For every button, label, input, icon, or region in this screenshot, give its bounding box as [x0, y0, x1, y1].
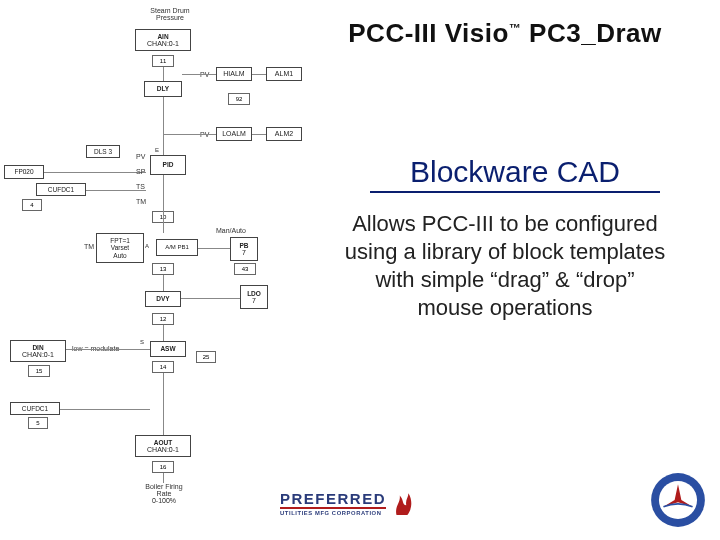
label-sp: SP	[136, 168, 145, 175]
block-15: 15	[28, 365, 50, 377]
block-ampb1: A/M PB1	[156, 239, 198, 256]
block-ain: AIN CHAN:0-1	[135, 29, 191, 51]
block-pid: PID	[150, 155, 186, 175]
block-hdr: AIN	[157, 33, 168, 40]
label-s: S	[140, 339, 144, 345]
block-alm2: ALM2	[266, 127, 302, 141]
brand-text: PREFERRED UTILITIES MFG CORPORATION	[280, 491, 386, 516]
block-loalm: LOALM	[216, 127, 252, 141]
title-pre: PCC-III Visio	[348, 18, 509, 48]
wire	[163, 473, 164, 483]
block-d4: 4	[22, 199, 42, 211]
wire	[60, 409, 150, 410]
block-sub: CHAN:0-1	[147, 446, 179, 454]
flame-icon	[392, 490, 414, 516]
block-din: DIN CHAN:0-1	[10, 340, 66, 362]
wire	[86, 190, 146, 191]
slide: PCC-III Visio™ PC3_Draw Blockware CAD Al…	[0, 0, 720, 540]
block-hdr: PB	[239, 242, 248, 249]
block-asw: ASW	[150, 341, 186, 357]
block-hdr: DLY	[157, 85, 169, 92]
block-ldo: LDO 7	[240, 285, 268, 309]
block-sub: CHAN:0-1	[22, 351, 54, 359]
body-text: Allows PCC-III to be configured using a …	[340, 210, 670, 323]
title-tm: ™	[509, 21, 522, 35]
block-dvy2: DVY	[145, 291, 181, 307]
block-fptr1: FPT=1VarsetAuto	[96, 233, 144, 263]
block-92: 92	[228, 93, 250, 105]
block-alm1: ALM1	[266, 67, 302, 81]
block-13: 13	[152, 263, 174, 275]
blockware-diagram: Steam DrumPressure AIN CHAN:0-1 11 DLY P…	[0, 5, 312, 535]
wire	[44, 172, 146, 173]
wire	[163, 325, 164, 341]
block-hialm: HIALM	[216, 67, 252, 81]
brand-logo-left: PREFERRED UTILITIES MFG CORPORATION	[280, 490, 414, 516]
label-tm2: TM	[84, 243, 94, 250]
block-25: 25	[196, 351, 216, 363]
wire	[182, 74, 216, 75]
brand-sub: UTILITIES MFG CORPORATION	[280, 510, 382, 516]
block-sub: CHAN:0-1	[147, 40, 179, 48]
block-hdr: AOUT	[154, 439, 172, 446]
block-cufdc1b: CUFDC1	[10, 402, 60, 415]
title-post: PC3_Draw	[521, 18, 661, 48]
label-manauto: Man/Auto	[216, 227, 246, 234]
label-a: A	[145, 243, 149, 249]
block-14: 14	[152, 361, 174, 373]
badge-icon	[650, 472, 706, 528]
block-fp020: FP020	[4, 165, 44, 179]
slide-title: PCC-III Visio™ PC3_Draw	[310, 18, 700, 49]
wire	[163, 373, 164, 435]
block-11: 11	[152, 55, 174, 67]
block-hdr: ASW	[160, 345, 175, 352]
label-boiler: Boiler FiringRate0-100%	[134, 483, 194, 504]
label-steam-drum: Steam DrumPressure	[140, 7, 200, 21]
wire	[163, 134, 216, 135]
label-e: E	[155, 147, 159, 153]
brand-word: PREFERRED	[280, 491, 386, 509]
subtitle: Blockware CAD	[370, 155, 660, 193]
wire	[163, 141, 164, 155]
wire	[252, 134, 266, 135]
block-43: 43	[234, 263, 256, 275]
wire	[181, 298, 240, 299]
block-dly: DLY	[144, 81, 182, 97]
label-pv: PV	[136, 153, 145, 160]
block-hdr: DIN	[32, 344, 43, 351]
block-cufdc1a: CUFDC1	[36, 183, 86, 196]
wire	[163, 67, 164, 81]
block-5: 5	[28, 417, 48, 429]
block-num: 7	[242, 249, 246, 257]
block-pb: PB 7	[230, 237, 258, 261]
block-hdr: LDO	[247, 290, 261, 297]
wire	[163, 175, 164, 233]
block-16: 16	[152, 461, 174, 473]
wire	[198, 248, 230, 249]
block-aout: AOUT CHAN:0-1	[135, 435, 191, 457]
block-hdr: PID	[163, 161, 174, 168]
wire	[252, 74, 266, 75]
block-hdr: DVY	[156, 295, 169, 302]
wire	[66, 349, 150, 350]
wire	[163, 275, 164, 291]
block-num: 7	[252, 297, 256, 305]
block-12: 12	[152, 313, 174, 325]
block-dls3: DLS 3	[86, 145, 120, 158]
label-ts: TS	[136, 183, 145, 190]
label-tm: TM	[136, 198, 146, 205]
